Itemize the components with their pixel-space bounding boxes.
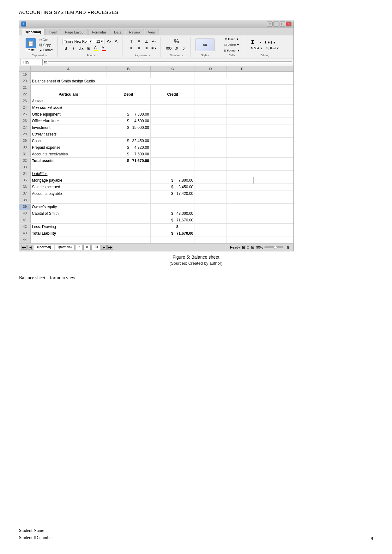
cell-39-d[interactable] bbox=[195, 204, 226, 210]
cell-42-b[interactable] bbox=[106, 224, 151, 230]
underline-button[interactable]: U ▼ bbox=[78, 45, 85, 51]
align-right-button[interactable]: ≡ bbox=[143, 45, 150, 51]
font-name-selector[interactable]: Times New Ro ▼ bbox=[63, 39, 94, 44]
cell-28-e[interactable] bbox=[226, 131, 258, 137]
sheet-back-button[interactable]: ◀ bbox=[27, 245, 33, 250]
autosum-button[interactable]: Σ bbox=[249, 39, 256, 45]
zoom-thumb[interactable] bbox=[274, 246, 277, 249]
clipboard-expand-icon[interactable]: ↘ bbox=[45, 54, 47, 57]
formula-input[interactable] bbox=[48, 61, 292, 63]
cell-23-c[interactable] bbox=[151, 98, 195, 104]
fill-color-button[interactable]: A bbox=[93, 45, 100, 51]
find-select-button[interactable]: 🔍 Find ▼ bbox=[265, 46, 280, 51]
cell-44-a[interactable] bbox=[31, 237, 106, 243]
cell-42-e[interactable] bbox=[226, 224, 258, 230]
format-painter-button[interactable]: 🖌 Format bbox=[38, 48, 55, 52]
cell-39-b[interactable] bbox=[106, 204, 151, 210]
cell-30-d[interactable] bbox=[195, 144, 226, 151]
view-page-icon[interactable]: ⊟ bbox=[251, 245, 254, 250]
bold-button[interactable]: B bbox=[63, 45, 69, 51]
cell-22-c[interactable]: Credit bbox=[151, 91, 195, 98]
font-decrease-button[interactable]: A- bbox=[113, 38, 120, 45]
cell-34-a[interactable]: Liabilities bbox=[31, 171, 106, 177]
cell-37-d[interactable] bbox=[195, 190, 226, 197]
cell-40-a[interactable]: Capital of Smith bbox=[31, 210, 106, 217]
cell-25-b[interactable]: $ 7,800.00 bbox=[106, 111, 151, 117]
cell-30-e[interactable] bbox=[226, 144, 258, 151]
cell-39-a[interactable]: Owner's equity bbox=[31, 204, 106, 210]
tab-page-layout[interactable]: Page Layout bbox=[62, 29, 88, 35]
cell-23-a[interactable]: Assets bbox=[31, 98, 106, 104]
format-cells-button[interactable]: ⊞ Format ▼ bbox=[222, 48, 241, 53]
cell-26-a[interactable]: Office efurniture bbox=[31, 118, 106, 124]
cell-32-d[interactable] bbox=[195, 158, 226, 164]
font-size-selector[interactable]: 12 ▼ bbox=[95, 39, 105, 44]
cell-28-c[interactable] bbox=[151, 131, 195, 137]
tab-review[interactable]: Review bbox=[126, 29, 144, 35]
name-box[interactable]: F39 bbox=[21, 59, 43, 65]
cell-34-e[interactable] bbox=[226, 171, 258, 177]
cell-38-d[interactable] bbox=[195, 197, 226, 203]
help-button[interactable]: ? bbox=[267, 21, 273, 27]
cell-30-b[interactable]: $ 4,320.00 bbox=[106, 144, 151, 151]
cell-29-c[interactable] bbox=[151, 138, 195, 144]
cell-38-e[interactable] bbox=[226, 197, 258, 203]
cell-27-c[interactable] bbox=[151, 124, 195, 131]
tab-view[interactable]: View bbox=[145, 29, 159, 35]
sort-filter-button[interactable]: ⇅ Sort ▼ bbox=[249, 46, 264, 51]
tab-insert[interactable]: Insert bbox=[45, 29, 61, 35]
cell-31-a[interactable]: Accounts receivables bbox=[31, 151, 106, 157]
cell-39-e[interactable] bbox=[226, 204, 258, 210]
zoom-slider[interactable] bbox=[264, 246, 283, 248]
cell-33-a[interactable] bbox=[31, 164, 106, 170]
delete-cells-button[interactable]: ⊟ Delete ▼ bbox=[222, 42, 241, 47]
sheet-tab-normal[interactable]: 1(normal) bbox=[34, 245, 54, 250]
cell-25-d[interactable] bbox=[195, 111, 226, 117]
autosum-dropdown[interactable]: ▼ bbox=[257, 39, 264, 45]
cell-36-e[interactable] bbox=[226, 184, 258, 190]
font-color-button[interactable]: A bbox=[100, 45, 107, 51]
cell-30-a[interactable]: Prepaid expense bbox=[31, 144, 106, 151]
cell-24-c[interactable] bbox=[151, 105, 195, 111]
cell-43-e[interactable] bbox=[226, 230, 258, 237]
wrap-text-button[interactable]: ↵≡ bbox=[151, 38, 158, 45]
tab-home[interactable]: 1(normal) bbox=[22, 29, 45, 35]
cell-31-d[interactable] bbox=[195, 151, 226, 157]
sheet-tab-8[interactable]: 8 bbox=[83, 245, 91, 250]
cell-25-c[interactable] bbox=[151, 111, 195, 117]
cell-35-c[interactable]: $ 7,800.00 bbox=[151, 177, 195, 184]
cell-32-b[interactable]: $ 71,670.00 bbox=[106, 158, 151, 164]
cell-25-a[interactable]: Office equipment bbox=[31, 111, 106, 117]
cell-27-a[interactable]: Investment bbox=[31, 124, 106, 131]
cell-24-d[interactable] bbox=[195, 105, 226, 111]
cell-19-d[interactable] bbox=[195, 72, 226, 78]
cell-28-b[interactable] bbox=[106, 131, 151, 137]
cell-43-d[interactable] bbox=[195, 230, 226, 237]
cell-23-d[interactable] bbox=[195, 98, 226, 104]
cell-36-d[interactable] bbox=[195, 184, 226, 190]
sheet-tab-formula[interactable]: 1(formala) bbox=[55, 245, 75, 250]
cell-40-b[interactable] bbox=[106, 210, 151, 217]
zoom-in-button[interactable]: ⊕ bbox=[285, 244, 292, 250]
cell-27-e[interactable] bbox=[226, 124, 258, 131]
cell-43-b[interactable] bbox=[106, 230, 151, 237]
view-normal-icon[interactable]: ⊞ bbox=[242, 245, 245, 250]
sheet-next-button[interactable]: ▶▶ bbox=[107, 245, 113, 250]
border-button[interactable]: ⊞ bbox=[85, 45, 92, 51]
cell-34-c[interactable] bbox=[151, 171, 195, 177]
cell-26-e[interactable] bbox=[226, 118, 258, 124]
cell-44-e[interactable] bbox=[226, 237, 258, 243]
cell-34-b[interactable] bbox=[106, 171, 151, 177]
cell-27-d[interactable] bbox=[195, 124, 226, 131]
cell-43-a[interactable]: Total Liability bbox=[31, 230, 106, 237]
cell-36-a[interactable]: Salaries accrued bbox=[31, 184, 106, 190]
cell-40-e[interactable] bbox=[226, 210, 258, 217]
align-left-button[interactable]: ≡ bbox=[128, 45, 135, 51]
cell-29-b[interactable]: $ 32,450.00 bbox=[106, 138, 151, 144]
cell-35-b[interactable] bbox=[106, 177, 151, 184]
sheet-forward-button[interactable]: ▶ bbox=[101, 245, 107, 250]
italic-button[interactable]: I bbox=[70, 45, 77, 51]
alignment-expand-icon[interactable]: ↘ bbox=[148, 54, 151, 57]
cell-21-e[interactable] bbox=[226, 85, 258, 91]
cell-26-c[interactable] bbox=[151, 118, 195, 124]
